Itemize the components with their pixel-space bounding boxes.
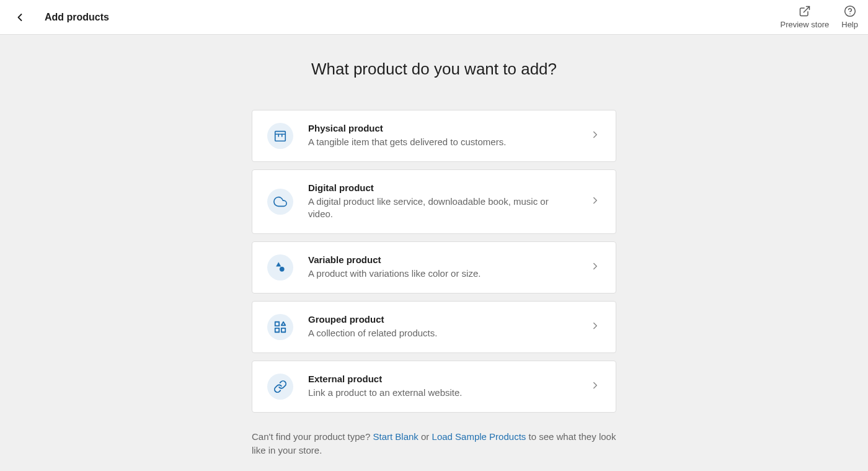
chevron-left-icon (14, 11, 26, 24)
product-card-physical[interactable]: Physical product A tangible item that ge… (252, 110, 616, 162)
card-text: Digital product A digital product like s… (308, 182, 575, 221)
external-link-icon (799, 5, 811, 17)
shapes-icon (267, 254, 293, 280)
card-desc: A product with variations like color or … (308, 267, 575, 280)
product-card-variable[interactable]: Variable product A product with variatio… (252, 241, 616, 294)
header-right: Preview store Help (781, 5, 859, 29)
chevron-right-icon (590, 261, 601, 274)
chevron-right-icon (590, 380, 601, 393)
help-button[interactable]: Help (841, 5, 858, 29)
svg-marker-7 (277, 262, 281, 266)
footer-text: Can't find your product type? Start Blan… (252, 430, 616, 458)
grid-icon (267, 314, 293, 340)
chevron-right-icon (590, 320, 601, 334)
card-desc: A digital product like service, download… (308, 195, 575, 221)
footer-mid: or (418, 431, 432, 442)
svg-rect-10 (275, 328, 279, 331)
footer-prefix: Can't find your product type? (252, 431, 373, 442)
main-heading: What product do you want to add? (252, 60, 616, 79)
chevron-right-icon (590, 129, 601, 143)
card-text: Grouped product A collection of related … (308, 314, 575, 339)
card-title: Digital product (308, 182, 575, 193)
header-left: Add products (10, 7, 109, 27)
svg-marker-12 (281, 321, 285, 325)
main-content: What product do you want to add? Physica… (242, 35, 626, 471)
help-label: Help (841, 20, 858, 29)
product-card-grouped[interactable]: Grouped product A collection of related … (252, 301, 616, 353)
preview-store-button[interactable]: Preview store (781, 5, 830, 29)
load-sample-link[interactable]: Load Sample Products (432, 431, 526, 442)
card-title: External product (308, 374, 575, 384)
card-text: External product Link a product to an ex… (308, 374, 575, 399)
card-title: Physical product (308, 123, 575, 133)
preview-store-label: Preview store (781, 20, 830, 29)
svg-point-1 (844, 6, 855, 17)
cloud-icon (267, 189, 293, 215)
page-title: Add products (45, 12, 109, 23)
header: Add products Preview store Help (0, 0, 868, 35)
chevron-right-icon (590, 195, 601, 209)
help-icon (844, 5, 856, 17)
start-blank-link[interactable]: Start Blank (373, 431, 418, 442)
box-icon (267, 123, 293, 149)
card-title: Variable product (308, 254, 575, 265)
card-text: Variable product A product with variatio… (308, 254, 575, 280)
svg-rect-9 (275, 321, 279, 325)
product-card-external[interactable]: External product Link a product to an ex… (252, 361, 616, 413)
product-card-digital[interactable]: Digital product A digital product like s… (252, 169, 616, 234)
link-icon (267, 374, 293, 400)
card-text: Physical product A tangible item that ge… (308, 123, 575, 148)
svg-line-0 (804, 7, 809, 12)
card-desc: A tangible item that gets delivered to c… (308, 136, 575, 148)
svg-rect-3 (275, 132, 286, 141)
card-title: Grouped product (308, 314, 575, 325)
svg-rect-11 (281, 328, 285, 331)
card-desc: Link a product to an external website. (308, 387, 575, 399)
card-desc: A collection of related products. (308, 327, 575, 339)
svg-point-8 (280, 267, 284, 271)
back-button[interactable] (10, 7, 30, 27)
